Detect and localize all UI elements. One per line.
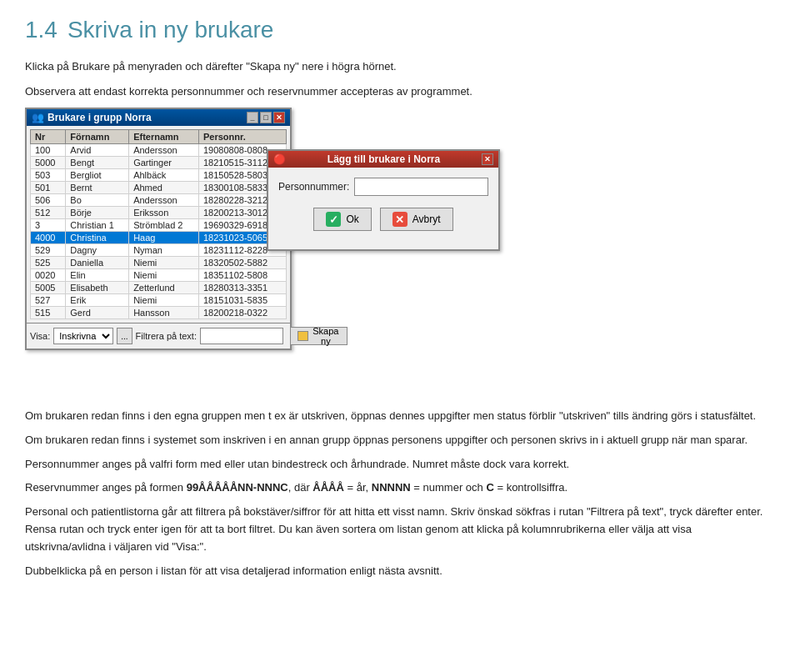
cell-personnr: 18320502-5882 xyxy=(198,257,286,269)
cell-efternamn: Strömblad 2 xyxy=(129,219,199,232)
cell-nr: 529 xyxy=(31,244,66,257)
cell-efternamn: Niemi xyxy=(129,269,199,282)
table-row[interactable]: 506BoAndersson18280228-3212 xyxy=(31,194,287,207)
cell-efternamn: Eriksson xyxy=(129,207,199,219)
cell-nr: 503 xyxy=(31,169,66,182)
cell-fornamn: Daniella xyxy=(66,257,129,269)
personnr-label: Personnummer: xyxy=(278,181,349,193)
body-text-5: Personal och patientlistorna går att fil… xyxy=(25,504,775,555)
table-row[interactable]: 4000ChristinaHaag18231023-5065 xyxy=(31,232,287,244)
cell-fornamn: Bengt xyxy=(66,157,129,169)
brukare-content: Nr Förnamn Efternamn Personnr. 100ArvidA… xyxy=(27,126,290,323)
cell-fornamn: Christian 1 xyxy=(66,219,129,232)
lagg-win-controls: ✕ xyxy=(482,153,493,165)
ok-button[interactable]: ✓ Ok xyxy=(313,208,371,231)
cell-fornamn: Erik xyxy=(66,294,129,307)
brukare-table: Nr Förnamn Efternamn Personnr. 100ArvidA… xyxy=(30,129,287,319)
col-fornamn[interactable]: Förnamn xyxy=(66,130,129,144)
cell-personnr: 18351102-5808 xyxy=(198,269,286,282)
ok-icon: ✓ xyxy=(326,212,341,227)
cell-personnr: 18280313-3351 xyxy=(198,282,286,294)
avbryt-button[interactable]: ✕ Avbryt xyxy=(380,208,453,231)
body-text-2: Om brukaren redan finns i systemet som i… xyxy=(25,432,775,449)
table-row[interactable]: 515GerdHansson18200218-0322 xyxy=(31,307,287,319)
cell-fornamn: Börje xyxy=(66,207,129,219)
table-row[interactable]: 3Christian 1Strömblad 219690329-6918 xyxy=(31,219,287,232)
cell-nr: 100 xyxy=(31,144,66,157)
cell-fornamn: Bo xyxy=(66,194,129,207)
dots-button[interactable]: ... xyxy=(117,328,132,344)
cell-efternamn: Zetterlund xyxy=(129,282,199,294)
skapa-label: Skapa ny xyxy=(312,326,341,346)
cell-fornamn: Elin xyxy=(66,269,129,282)
visa-select[interactable]: Inskrivna Utskrivna Alla xyxy=(53,328,113,344)
maximize-button[interactable]: □ xyxy=(260,112,272,123)
cell-nr: 512 xyxy=(31,207,66,219)
visa-label: Visa: xyxy=(30,331,50,341)
cell-fornamn: Gerd xyxy=(66,307,129,319)
cell-efternamn: Niemi xyxy=(129,257,199,269)
cell-efternamn: Ahlbäck xyxy=(129,169,199,182)
cell-personnr: 18151031-5835 xyxy=(198,294,286,307)
dialog-buttons: ✓ Ok ✕ Avbryt xyxy=(278,208,488,239)
table-row[interactable]: 512BörjeEriksson18200213-3012 xyxy=(31,207,287,219)
body-section: Om brukaren redan finns i den egna grupp… xyxy=(25,408,775,579)
cell-fornamn: Elisabeth xyxy=(66,282,129,294)
minimize-button[interactable]: _ xyxy=(247,112,258,123)
cell-efternamn: Nyman xyxy=(129,244,199,257)
cell-fornamn: Bernt xyxy=(66,182,129,194)
table-row[interactable]: 5000BengtGartinger18210515-3112 xyxy=(31,157,287,169)
personnr-row: Personnummer: xyxy=(278,178,488,196)
close-button[interactable]: ✕ xyxy=(273,112,285,123)
cell-nr: 527 xyxy=(31,294,66,307)
folder-icon xyxy=(298,331,308,341)
brukare-dialog: 👥 Brukare i grupp Norra _ □ ✕ Nr Förnamn… xyxy=(25,108,292,350)
body-text-3: Personnummer anges på valfri form med el… xyxy=(25,456,775,474)
table-row[interactable]: 503BergliotAhlbäck18150528-5803 xyxy=(31,169,287,182)
cell-nr: 501 xyxy=(31,182,66,194)
skapa-ny-button[interactable]: Skapa ny xyxy=(290,327,348,345)
titlebar-text: 👥 Brukare i grupp Norra xyxy=(32,112,152,123)
title-text: Skriva in ny brukare xyxy=(68,17,273,43)
intro-line1: Klicka på Brukare på menyraden och däref… xyxy=(25,58,775,75)
table-row[interactable]: 525DaniellaNiemi18320502-5882 xyxy=(31,257,287,269)
col-personnr[interactable]: Personnr. xyxy=(198,130,286,144)
personnr-input[interactable] xyxy=(354,178,488,196)
cell-efternamn: Andersson xyxy=(129,194,199,207)
body-text-4: Reservnummer anges på formen 99ÅÅÅÅÅNN-N… xyxy=(25,479,775,497)
filtrera-input[interactable] xyxy=(200,328,283,344)
col-nr[interactable]: Nr xyxy=(31,130,66,144)
cell-nr: 5000 xyxy=(31,157,66,169)
cell-nr: 0020 xyxy=(31,269,66,282)
cell-efternamn: Ahmed xyxy=(129,182,199,194)
section-number: 1.4 xyxy=(25,17,58,43)
table-row[interactable]: 5005ElisabethZetterlund18280313-3351 xyxy=(31,282,287,294)
lagg-close-button[interactable]: ✕ xyxy=(482,153,493,165)
table-row[interactable]: 529DagnyNyman18231112-8228 xyxy=(31,244,287,257)
avbryt-icon: ✕ xyxy=(392,212,408,227)
cell-efternamn: Haag xyxy=(129,232,199,244)
table-row[interactable]: 501BerntAhmed18300108-5833 xyxy=(31,182,287,194)
cell-fornamn: Bergliot xyxy=(66,169,129,182)
lagg-title-text: Lägg till brukare i Norra xyxy=(328,153,440,165)
filtrera-label: Filtrera på text: xyxy=(136,331,197,341)
cell-efternamn: Andersson xyxy=(129,144,199,157)
cell-fornamn: Arvid xyxy=(66,144,129,157)
cell-nr: 506 xyxy=(31,194,66,207)
ok-label: Ok xyxy=(346,213,358,225)
table-row[interactable]: 100ArvidAndersson19080808-0808 xyxy=(31,144,287,157)
lagg-title-icon: 🔴 xyxy=(273,153,286,165)
table-row[interactable]: 0020ElinNiemi18351102-5808 xyxy=(31,269,287,282)
page-title: 1.4 Skriva in ny brukare xyxy=(25,17,775,43)
cell-efternamn: Hansson xyxy=(129,307,199,319)
body-text-6: Dubbelklicka på en person i listan för a… xyxy=(25,563,775,580)
lagg-content: Personnummer: ✓ Ok ✕ Avbryt xyxy=(268,168,498,249)
win-controls: _ □ ✕ xyxy=(247,112,285,123)
cell-efternamn: Niemi xyxy=(129,294,199,307)
cell-personnr: 18200218-0322 xyxy=(198,307,286,319)
table-row[interactable]: 527ErikNiemi18151031-5835 xyxy=(31,294,287,307)
cell-nr: 3 xyxy=(31,219,66,232)
cell-nr: 4000 xyxy=(31,232,66,244)
cell-nr: 5005 xyxy=(31,282,66,294)
col-efternamn[interactable]: Efternamn xyxy=(129,130,199,144)
